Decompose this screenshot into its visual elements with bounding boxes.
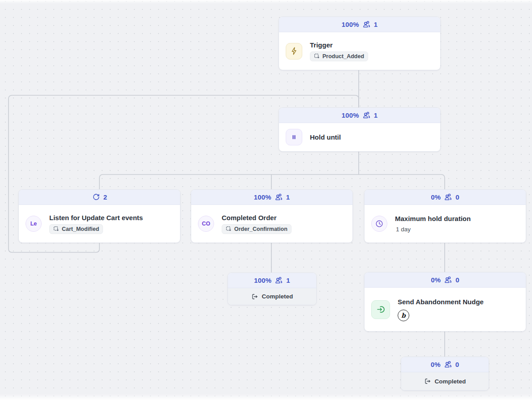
exit-label: Completed: [435, 378, 466, 385]
node-exit-completed-order[interactable]: 100% 1 Completed: [227, 272, 317, 305]
node-nudge-stats: 0% 0: [365, 272, 526, 288]
count-value: 0: [455, 276, 459, 284]
users-icon: [444, 360, 452, 369]
loop-count: 2: [103, 193, 107, 201]
users-icon: [444, 276, 452, 284]
node-title: Trigger: [310, 41, 368, 49]
node-send-abandonment-nudge[interactable]: 0% 0 Send Abandonment Nudge b: [364, 272, 526, 332]
node-title: Maximum hold duration: [395, 215, 471, 222]
journey-canvas[interactable]: 100% 1 Trigger Product_Added 100% 1: [0, 0, 532, 400]
users-icon: [444, 193, 452, 201]
connector-branch-bar: [99, 174, 445, 189]
exit-icon: [251, 293, 258, 300]
send-action-icon: [371, 300, 390, 319]
event-icon: [226, 226, 232, 232]
users-icon: [362, 20, 371, 29]
node-hold-until[interactable]: 100% 1 Hold until: [279, 107, 441, 152]
trigger-bolt-icon: [286, 43, 302, 60]
event-name: Product_Added: [322, 53, 364, 60]
node-max-hold-duration[interactable]: 0% 0 Maximum hold duration 1 day: [364, 189, 526, 243]
pause-icon: [286, 129, 302, 145]
count-value: 0: [455, 361, 459, 368]
node-hold-stats: 100% 1: [279, 108, 440, 123]
node-avatar: Le: [26, 216, 42, 232]
users-icon: [275, 193, 283, 201]
percent-value: 0%: [431, 276, 441, 284]
percent-value: 100%: [254, 193, 271, 201]
node-order-stats: 100% 1: [191, 190, 352, 205]
channel-initial: b: [401, 312, 406, 319]
count-value: 1: [286, 277, 290, 284]
node-title: Listen for Update Cart events: [49, 214, 143, 221]
node-trigger[interactable]: 100% 1 Trigger Product_Added: [279, 17, 441, 70]
exit-stats: 0% 0: [401, 357, 489, 372]
percent-value: 0%: [431, 361, 441, 368]
count-value: 1: [374, 111, 378, 119]
clock-icon: [371, 216, 387, 232]
percent-value: 100%: [342, 21, 359, 28]
braze-channel-icon: b: [398, 310, 409, 321]
event-badge[interactable]: Cart_Modified: [49, 224, 103, 234]
event-name: Cart_Modified: [62, 226, 99, 232]
node-listen-cart-events[interactable]: 2 Le Listen for Update Cart events Cart_…: [18, 189, 180, 243]
event-badge[interactable]: Order_Confirmation: [222, 224, 292, 234]
count-value: 1: [286, 193, 290, 201]
users-icon: [362, 111, 371, 119]
node-avatar: CO: [198, 216, 214, 232]
event-badge[interactable]: Product_Added: [310, 51, 368, 61]
node-listen-stats: 2: [19, 190, 180, 205]
loop-icon: [92, 193, 100, 201]
users-icon: [275, 276, 283, 285]
percent-value: 100%: [254, 277, 271, 284]
node-title: Hold until: [310, 133, 341, 141]
hold-duration-value: 1 day: [396, 226, 471, 233]
node-exit-nudge[interactable]: 0% 0 Completed: [401, 357, 489, 391]
exit-icon: [424, 378, 431, 385]
node-trigger-stats: 100% 1: [279, 17, 440, 32]
event-icon: [314, 53, 320, 59]
event-icon: [53, 226, 59, 232]
node-maxhold-stats: 0% 0: [365, 190, 526, 205]
exit-stats: 100% 1: [228, 273, 316, 288]
count-value: 0: [455, 193, 459, 201]
count-value: 1: [374, 21, 378, 28]
event-name: Order_Confirmation: [234, 226, 287, 232]
node-title: Send Abandonment Nudge: [398, 298, 484, 306]
percent-value: 0%: [431, 193, 441, 201]
node-title: Completed Order: [222, 214, 292, 221]
percent-value: 100%: [342, 111, 359, 119]
node-completed-order[interactable]: 100% 1 CO Completed Order Order_Confirma…: [191, 189, 353, 243]
exit-label: Completed: [262, 293, 293, 300]
